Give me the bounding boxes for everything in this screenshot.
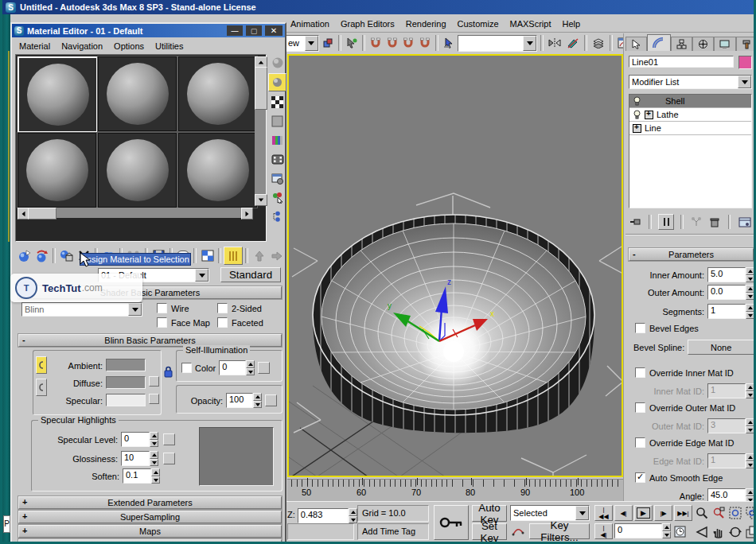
specular-level-map-button[interactable]	[163, 433, 175, 445]
samples-horizontal-scrollbar[interactable]	[18, 208, 253, 218]
spinner-up-icon[interactable]	[746, 383, 754, 391]
previous-frame-button[interactable]: ◀|	[614, 505, 633, 521]
menu-utilities[interactable]: Utilities	[150, 40, 189, 52]
material-editor-titlebar[interactable]: S Material Editor - 01 - Default — ▢ ✕	[12, 24, 285, 37]
opacity-spinner[interactable]: 100	[226, 393, 262, 408]
spinner-down-icon[interactable]	[150, 459, 158, 467]
opacity-map-button[interactable]	[265, 394, 277, 406]
scroll-thumb[interactable]	[28, 208, 57, 220]
chevron-down-icon[interactable]	[128, 303, 142, 316]
material-type-button[interactable]: Standard	[220, 267, 281, 282]
material-slot-6[interactable]	[178, 133, 257, 208]
scroll-thumb[interactable]	[255, 67, 267, 110]
menu-help[interactable]: Help	[557, 17, 586, 30]
options-icon[interactable]	[269, 170, 286, 187]
extended-parameters-rollout[interactable]: + Extended Parameters	[18, 496, 282, 509]
assign-material-to-selection-icon[interactable]	[58, 247, 76, 264]
edit-named-selection-sets-icon[interactable]	[442, 35, 456, 51]
spinner-down-icon[interactable]	[746, 312, 754, 320]
tab-motion[interactable]	[692, 37, 714, 51]
menu-rendering[interactable]: Rendering	[400, 17, 452, 30]
put-material-to-scene-icon[interactable]	[33, 247, 51, 264]
material-slot-3[interactable]	[178, 56, 257, 131]
shader-type-dropdown[interactable]: Blinn	[21, 302, 142, 317]
ambient-diffuse-lock-icon[interactable]	[163, 366, 173, 378]
menu-customize[interactable]: Customize	[452, 17, 505, 30]
lock-ambient-diffuse-button[interactable]	[36, 356, 47, 374]
self-illumination-color-checkbox[interactable]	[181, 363, 192, 373]
z-coordinate-spinner[interactable]: Z: 0.483	[287, 508, 357, 523]
object-name-field[interactable]: Line01	[629, 56, 734, 68]
stack-item-line[interactable]: Line	[629, 122, 751, 134]
field-of-view-icon[interactable]	[693, 523, 711, 541]
close-icon[interactable]: ✕	[265, 25, 283, 36]
scroll-down-icon[interactable]	[255, 194, 267, 206]
spinner-snap-toggle-icon[interactable]	[418, 35, 432, 51]
material-slot-4[interactable]	[18, 133, 96, 208]
sample-uv-tiling-icon[interactable]	[269, 113, 286, 130]
spinner-down-icon[interactable]	[662, 531, 671, 539]
segments-spinner[interactable]: 1	[707, 304, 754, 319]
lock-diffuse-specular-button[interactable]	[36, 379, 47, 396]
spinner-up-icon[interactable]	[150, 451, 158, 459]
time-configuration-icon[interactable]	[671, 523, 688, 539]
spinner-up-icon[interactable]	[746, 267, 754, 275]
wire-checkbox[interactable]	[157, 303, 167, 313]
spinner-up-icon[interactable]	[246, 360, 255, 368]
tab-modify[interactable]	[647, 34, 670, 51]
select-and-manipulate-icon[interactable]	[345, 35, 359, 51]
select-by-material-icon[interactable]	[269, 189, 286, 206]
zoom-extents-all-icon[interactable]	[743, 504, 756, 522]
current-frame-field[interactable]: 0	[614, 523, 671, 538]
maximize-icon[interactable]: ▢	[246, 25, 262, 36]
override-outer-checkbox[interactable]	[635, 402, 645, 413]
sample-type-icon[interactable]	[269, 54, 286, 71]
default-in-out-tangents-icon[interactable]	[510, 523, 526, 539]
use-pivot-point-center-icon[interactable]	[321, 35, 335, 51]
next-frame-button[interactable]: |▶	[654, 505, 672, 521]
samples-vertical-scrollbar[interactable]	[255, 56, 266, 206]
material-map-navigator-icon[interactable]	[269, 208, 286, 225]
chevron-down-icon[interactable]	[195, 269, 208, 282]
configure-modifier-sets-icon[interactable]	[737, 215, 752, 229]
stack-item-lathe[interactable]: Lathe	[629, 108, 751, 121]
remove-modifier-icon[interactable]	[708, 215, 722, 229]
tab-hierarchy[interactable]	[671, 37, 692, 51]
arc-rotate-icon[interactable]	[727, 523, 744, 541]
chevron-down-icon[interactable]	[575, 506, 589, 520]
diffuse-map-button[interactable]	[149, 376, 159, 387]
key-mode-toggle[interactable]: |◀|	[594, 523, 613, 539]
stack-item-shell[interactable]: Shell	[629, 95, 751, 107]
go-to-start-button[interactable]: |◀◀	[594, 505, 613, 521]
snap-toggle-3d-icon[interactable]	[368, 35, 383, 51]
spinner-up-icon[interactable]	[349, 508, 357, 516]
pin-stack-icon[interactable]	[629, 215, 642, 229]
zoom-extents-icon[interactable]	[727, 504, 744, 522]
lightbulb-icon[interactable]	[633, 96, 641, 106]
override-edge-checkbox[interactable]	[635, 437, 645, 448]
layer-manager-icon[interactable]	[590, 35, 606, 51]
background-icon[interactable]	[269, 94, 286, 111]
maxscript-mini-listener[interactable]: P	[3, 515, 10, 533]
spinner-up-icon[interactable]	[746, 304, 754, 312]
expand-icon[interactable]	[633, 124, 641, 133]
faceted-checkbox[interactable]	[217, 317, 228, 328]
backlight-icon[interactable]	[268, 73, 286, 91]
chevron-down-icon[interactable]	[738, 76, 751, 88]
get-material-icon[interactable]	[15, 247, 33, 264]
make-unique-icon[interactable]	[690, 215, 703, 229]
edge-mat-id-spinner[interactable]: 1	[707, 453, 754, 468]
play-button[interactable]: ▶	[634, 505, 653, 521]
material-slot-5[interactable]	[98, 133, 177, 208]
named-selection-sets-dropdown[interactable]	[458, 35, 537, 52]
make-preview-icon[interactable]	[269, 151, 286, 168]
object-color-swatch[interactable]	[738, 56, 752, 69]
expand-icon[interactable]	[645, 111, 653, 119]
menu-material[interactable]: Material	[14, 40, 56, 52]
spinner-up-icon[interactable]	[150, 432, 158, 440]
material-slot-1[interactable]	[18, 56, 98, 133]
inner-mat-id-spinner[interactable]: 1	[707, 383, 754, 398]
pan-hand-icon[interactable]	[710, 523, 727, 541]
min-max-toggle-icon[interactable]	[743, 523, 756, 541]
bevel-edges-checkbox[interactable]	[635, 323, 645, 333]
